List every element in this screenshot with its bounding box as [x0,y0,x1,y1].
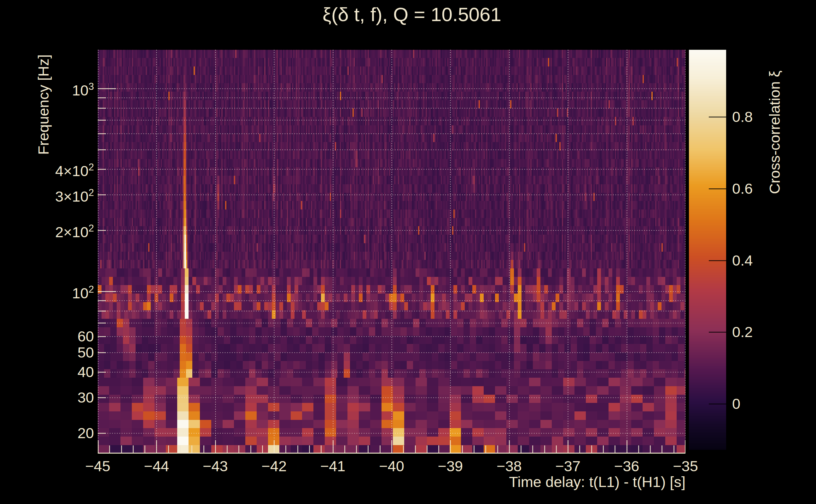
colorbar-tick-label: 0.6 [732,180,753,198]
x-tick-label: −44 [144,457,169,475]
plot-title: ξ(δ t, f), Q = 10.5061 [98,3,726,26]
x-tick-label: −38 [497,457,522,475]
x-tick-label: −39 [438,457,463,475]
x-tick-label: −42 [262,457,287,475]
colorbar-tick-label: 0 [732,395,740,413]
x-tick-label: −36 [614,457,640,475]
y-tick-label: 3×102 [0,184,94,205]
y-tick-label: 50 [0,344,94,361]
x-tick-label: −37 [555,457,580,475]
y-tick-label: 4×102 [0,158,94,180]
y-tick-label: 2×102 [0,220,94,241]
figure-background: ξ(δ t, f), Q = 10.5061 Frequency [Hz] Ti… [0,0,816,504]
y-tick-label: 102 [0,281,94,302]
x-tick-label: −35 [673,457,698,475]
heatmap-plot-area [98,50,686,454]
x-tick-label: −43 [203,457,228,475]
y-tick-label: 60 [0,328,94,345]
x-tick-label: −40 [379,457,404,475]
y-tick-label: 30 [0,389,94,406]
colorbar-tick-label: 0.4 [732,252,753,269]
x-axis-label: Time delay: t(L1) - t(H1) [s] [370,473,686,490]
y-tick-label: 103 [0,78,94,99]
y-tick-label: 40 [0,363,94,381]
colorbar-tick-label: 0.2 [732,323,753,341]
y-tick-label: 20 [0,424,94,442]
x-tick-label: −41 [320,457,346,475]
colorbar-tick-label: 0.8 [732,108,753,126]
colorbar-gradient [689,50,726,450]
y-axis-label: Frequency [Hz] [35,54,52,155]
colorbar-axis-label: Cross-correlation ξ [766,71,783,194]
x-tick-label: −45 [85,457,110,475]
